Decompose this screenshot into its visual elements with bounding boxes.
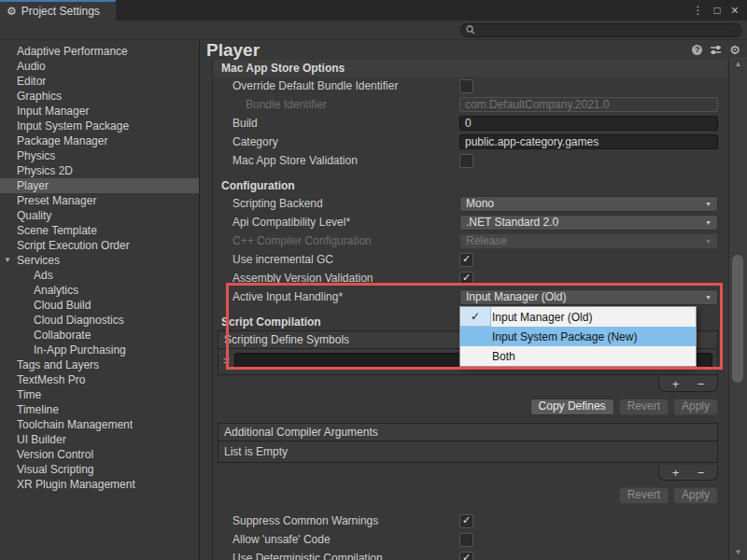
setting-row: Category public.app-category.games <box>213 133 727 151</box>
scroll-up-icon[interactable]: ▲ <box>729 61 747 68</box>
sidebar-item-textmesh-pro[interactable]: TextMesh Pro <box>0 372 199 387</box>
tab-bar: ⚙ Project Settings ⋮ □ × <box>0 0 747 21</box>
sidebar-item-adaptive-performance[interactable]: Adaptive Performance <box>0 44 199 59</box>
sidebar-item-analytics[interactable]: Analytics <box>0 283 199 298</box>
setting-label: Assembly Version Validation <box>213 272 459 285</box>
gear-icon[interactable]: ⚙ <box>729 44 740 56</box>
sidebar-item-ads[interactable]: Ads <box>0 268 199 283</box>
list-add-remove-tray: + − <box>658 376 718 392</box>
remove-button[interactable]: − <box>688 378 713 390</box>
search-toolbar <box>0 21 747 40</box>
scroll-down-icon[interactable]: ▼ <box>729 549 747 556</box>
setting-row: Scripting Backend Mono▼ <box>213 194 727 213</box>
api-compatibility-dropdown[interactable]: .NET Standard 2.0▼ <box>459 215 718 231</box>
list-add-remove-tray: + − <box>658 465 718 481</box>
menu-item-input-system-package-new[interactable]: Input System Package (New) <box>460 327 696 346</box>
sidebar-item-visual-scripting[interactable]: Visual Scripting <box>0 462 199 477</box>
check-icon: ✓ <box>462 553 471 560</box>
scrollbar[interactable]: ▲ ▼ <box>728 57 747 560</box>
sidebar-item-cloud-diagnostics[interactable]: Cloud Diagnostics <box>0 313 199 328</box>
sidebar-item-xr-plugin-management[interactable]: XR Plugin Management <box>0 477 199 492</box>
sidebar-item-package-manager[interactable]: Package Manager <box>0 133 199 148</box>
override-bundle-id-checkbox[interactable]: ✓ <box>459 79 473 93</box>
add-button[interactable]: + <box>663 378 688 390</box>
menu-item-input-manager-old[interactable]: ✓ Input Manager (Old) <box>460 307 696 327</box>
sidebar-item-collaborate[interactable]: Collaborate <box>0 328 199 343</box>
sidebar-item-toolchain-management[interactable]: Toolchain Management <box>0 417 199 432</box>
sidebar-item-preset-manager[interactable]: Preset Manager <box>0 193 199 208</box>
setting-row: Use Deterministic Compilation ✓ <box>213 549 727 560</box>
setting-row: Active Input Handling* Input Manager (Ol… <box>213 287 727 306</box>
sidebar-item-physics-2d[interactable]: Physics 2D <box>0 163 199 178</box>
sidebar-item-graphics[interactable]: Graphics <box>0 89 199 104</box>
apply-button[interactable]: Apply <box>673 399 718 415</box>
presets-icon[interactable] <box>710 45 722 55</box>
tab-project-settings[interactable]: ⚙ Project Settings <box>0 0 116 21</box>
setting-label: C++ Compiler Configuration <box>213 234 459 247</box>
remove-button[interactable]: − <box>688 467 713 479</box>
category-field[interactable]: public.app-category.games <box>459 134 718 149</box>
revert-button[interactable]: Revert <box>619 399 669 415</box>
page-title: Player <box>206 41 260 59</box>
sidebar-item-input-manager[interactable]: Input Manager <box>0 104 199 119</box>
help-icon[interactable]: ? <box>692 45 702 55</box>
scripting-backend-dropdown[interactable]: Mono▼ <box>459 196 718 212</box>
sidebar-item-input-system-package[interactable]: Input System Package <box>0 119 199 133</box>
close-icon[interactable]: × <box>731 4 739 17</box>
window-controls: ⋮ □ × <box>693 0 747 21</box>
menu-check-gutter <box>460 346 491 366</box>
sidebar-item-quality[interactable]: Quality <box>0 208 199 223</box>
mac-app-store-validation-checkbox[interactable]: ✓ <box>459 154 473 168</box>
check-icon: ✓ <box>462 273 471 283</box>
sidebar-item-version-control[interactable]: Version Control <box>0 447 199 462</box>
chevron-down-icon: ▼ <box>705 201 712 207</box>
setting-label: Api Compatibility Level* <box>213 216 459 229</box>
allow-unsafe-code-checkbox[interactable]: ✓ <box>459 533 473 547</box>
add-button[interactable]: + <box>663 467 688 479</box>
use-deterministic-compilation-checkbox[interactable]: ✓ <box>459 552 473 560</box>
sidebar-item-time[interactable]: Time <box>0 387 199 402</box>
sidebar-item-services[interactable]: ▼ Services <box>0 253 199 268</box>
project-settings-window: ⚙ Project Settings ⋮ □ × Adaptive Perfor… <box>0 0 747 560</box>
search-input[interactable] <box>460 23 742 37</box>
menu-item-both[interactable]: Both <box>460 346 696 366</box>
section-header-configuration: Configuration <box>213 177 727 194</box>
build-field[interactable]: 0 <box>459 116 718 131</box>
revert-button[interactable]: Revert <box>619 487 669 504</box>
scrollbar-thumb[interactable] <box>732 255 743 383</box>
sidebar-item-cloud-build[interactable]: Cloud Build <box>0 298 199 313</box>
use-incremental-gc-checkbox[interactable]: ✓ <box>459 253 473 267</box>
sidebar-item-in-app-purchasing[interactable]: In-App Purchasing <box>0 343 199 357</box>
sidebar-item-script-execution-order[interactable]: Script Execution Order <box>0 238 199 253</box>
list-header: Additional Compiler Arguments <box>218 424 717 441</box>
dropdown-value: .NET Standard 2.0 <box>466 216 558 229</box>
setting-row: Suppress Common Warnings ✓ <box>213 511 727 530</box>
maximize-icon[interactable]: □ <box>714 5 721 16</box>
setting-row: Build 0 <box>213 114 727 133</box>
setting-row: Use incremental GC ✓ <box>213 250 727 269</box>
sidebar-item-label: Services <box>17 254 60 267</box>
setting-row: C++ Compiler Configuration Release▼ <box>213 231 727 250</box>
copy-defines-button[interactable]: Copy Defines <box>530 399 614 415</box>
assembly-version-validation-checkbox[interactable]: ✓ <box>459 272 473 286</box>
apply-button[interactable]: Apply <box>673 487 718 504</box>
setting-row: Allow 'unsafe' Code ✓ <box>213 530 727 549</box>
sidebar-item-ui-builder[interactable]: UI Builder <box>0 432 199 447</box>
sidebar-item-audio[interactable]: Audio <box>0 59 199 74</box>
menu-item-label: Input Manager (Old) <box>492 311 592 324</box>
sidebar-item-player[interactable]: Player <box>0 178 199 193</box>
sidebar-item-scene-template[interactable]: Scene Template <box>0 223 199 238</box>
sidebar-item-physics[interactable]: Physics <box>0 148 199 163</box>
drag-handle-icon[interactable]: = <box>218 355 234 368</box>
sidebar-item-tags-and-layers[interactable]: Tags and Layers <box>0 357 199 372</box>
setting-label: Scripting Backend <box>213 197 459 210</box>
setting-label: Mac App Store Validation <box>213 154 459 167</box>
sidebar-item-editor[interactable]: Editor <box>0 74 199 89</box>
sidebar-item-timeline[interactable]: Timeline <box>0 402 199 417</box>
window-menu-icon[interactable]: ⋮ <box>693 5 704 16</box>
chevron-down-icon: ▼ <box>705 294 712 301</box>
suppress-common-warnings-checkbox[interactable]: ✓ <box>459 514 473 528</box>
active-input-handling-dropdown[interactable]: Input Manager (Old)▼ <box>459 289 718 305</box>
chevron-down-icon[interactable]: ▼ <box>4 253 11 268</box>
dropdown-value: Release <box>466 234 507 247</box>
